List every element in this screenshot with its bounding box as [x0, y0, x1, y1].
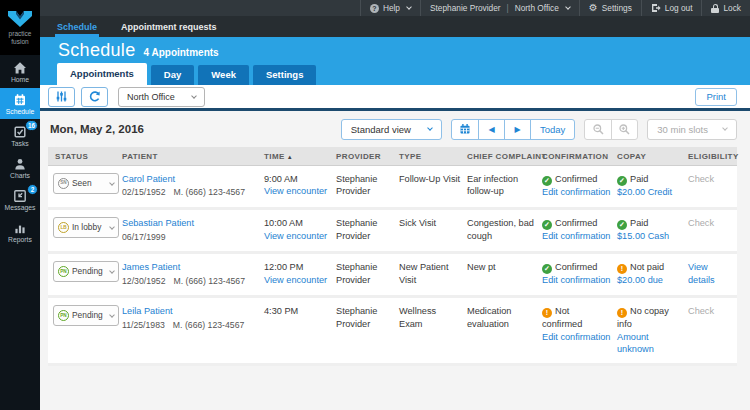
eligibility-check-disabled: Check: [688, 306, 714, 316]
patient-dob: 02/15/1952: [122, 187, 165, 197]
slot-size-value: 30 min slots: [657, 124, 708, 135]
chevron-down-icon: [109, 224, 115, 230]
logout-icon: [651, 3, 661, 13]
calendar-icon: [459, 123, 471, 135]
settings-button[interactable]: ⚙ Settings: [579, 0, 641, 16]
status-code-icon: LB: [58, 222, 69, 233]
status-code-icon: SN: [58, 178, 69, 189]
column-header-patient[interactable]: Patient: [122, 147, 264, 165]
copay-link[interactable]: Amount unknown: [617, 331, 682, 356]
today-button[interactable]: Today: [530, 120, 574, 139]
type-cell: Wellness Exam: [399, 298, 467, 338]
column-header-type[interactable]: Type: [399, 147, 467, 165]
zoom-in-icon: [618, 123, 631, 136]
patient-name-link[interactable]: James Patient: [122, 261, 180, 273]
subnav-tab-label: Schedule: [57, 22, 97, 32]
subnav-tab-label: Appointment requests: [121, 22, 217, 32]
view-mode-dropdown[interactable]: Standard view: [341, 119, 442, 140]
patient-name-link[interactable]: Carol Patient: [122, 173, 175, 185]
confirmation-status: ✓Confirmed: [542, 173, 611, 186]
tab-appointments[interactable]: Appointments: [57, 63, 147, 85]
user-office-menu[interactable]: Stephanie Provider | North Office: [420, 0, 579, 16]
column-header-status[interactable]: Status: [48, 147, 122, 165]
status-label: Pending a...: [72, 310, 104, 321]
status-code-icon: PN: [58, 310, 69, 321]
confirmation-status: ✓Confirmed: [542, 217, 611, 230]
tab-day[interactable]: Day: [151, 65, 194, 85]
view-tabs: Appointments Day Week Settings: [40, 63, 750, 85]
practice-fusion-logo[interactable]: practice fusion: [0, 0, 40, 55]
column-header-eligibility[interactable]: Eligibility: [688, 147, 737, 165]
sidebar-item-tasks[interactable]: Tasks16: [0, 120, 40, 151]
appointment-row: PNPending a...James Patient12/30/1952M. …: [48, 254, 737, 298]
column-header-provider[interactable]: Provider: [336, 147, 399, 165]
logout-button[interactable]: Log out: [641, 0, 702, 16]
copay-status: !Not paid: [617, 261, 682, 274]
view-encounter-link[interactable]: View encounter: [264, 274, 327, 286]
appointment-time: 4:30 PM: [264, 305, 330, 317]
confirmation-status: !Not confirmed: [542, 305, 611, 330]
office-dropdown[interactable]: North Office: [118, 87, 205, 107]
copay-link[interactable]: $20.00 due: [617, 274, 663, 286]
time-cell: 10:00 AMView encounter: [264, 210, 336, 250]
subnav-tab-schedule[interactable]: Schedule: [57, 16, 97, 37]
eligibility-view-details-link[interactable]: View details: [688, 261, 731, 286]
time-cell: 9:00 AMView encounter: [264, 166, 336, 206]
print-button[interactable]: Print: [695, 88, 737, 106]
slot-size-dropdown[interactable]: 30 min slots: [647, 119, 737, 140]
patient-name-link[interactable]: Sebastian Patient: [122, 217, 194, 229]
view-encounter-link[interactable]: View encounter: [264, 230, 327, 242]
complaint-cell: Ear infection follow-up: [467, 166, 542, 206]
sidebar-item-label: Reports: [8, 236, 32, 243]
edit-confirmation-link[interactable]: Edit confirmation: [542, 186, 610, 198]
sidebar-item-reports[interactable]: Reports: [0, 216, 40, 247]
zoom-in-button[interactable]: [611, 120, 637, 139]
status-dropdown[interactable]: SNSeen: [53, 173, 119, 194]
top-bar: ? Help Stephanie Provider | North Office…: [40, 0, 750, 16]
status-dropdown[interactable]: PNPending a...: [53, 261, 119, 282]
edit-confirmation-link[interactable]: Edit confirmation: [542, 331, 610, 343]
eligibility-cell: Check: [688, 210, 737, 237]
previous-day-button[interactable]: ◀: [478, 120, 504, 139]
type-cell: Sick Visit: [399, 210, 467, 237]
copay-status: ✓Paid: [617, 173, 682, 186]
time-cell: 12:00 PMView encounter: [264, 254, 336, 294]
confirmation-cell: ✓ConfirmedEdit confirmation: [542, 254, 617, 294]
edit-confirmation-link[interactable]: Edit confirmation: [542, 230, 610, 242]
copay-cell: ✓Paid$20.00 Credit: [617, 166, 688, 206]
view-encounter-link[interactable]: View encounter: [264, 185, 327, 197]
status-dropdown[interactable]: PNPending a...: [53, 305, 119, 326]
status-dropdown[interactable]: LBIn lobby: [53, 217, 119, 238]
calendar-picker-button[interactable]: [452, 120, 478, 139]
tab-settings[interactable]: Settings: [253, 65, 316, 85]
sidebar-item-schedule[interactable]: Schedule: [0, 88, 40, 119]
sidebar-item-charts[interactable]: Charts: [0, 152, 40, 183]
help-menu[interactable]: ? Help: [360, 0, 420, 16]
copay-link[interactable]: $20.00 Credit: [617, 186, 672, 198]
refresh-icon: [88, 90, 101, 103]
refresh-button[interactable]: [81, 87, 108, 107]
gear-icon: ⚙: [589, 3, 598, 13]
provider-cell: Stephanie Provider: [336, 298, 399, 338]
copay-link[interactable]: $15.00 Cash: [617, 230, 669, 242]
sidebar-item-home[interactable]: Home: [0, 56, 40, 87]
sidebar-item-messages[interactable]: Messages2: [0, 184, 40, 215]
sidebar-item-label: Tasks: [11, 140, 28, 147]
column-header-copay[interactable]: Copay: [617, 147, 688, 165]
filter-button[interactable]: [48, 87, 75, 107]
lock-button[interactable]: Lock: [701, 0, 750, 16]
column-header-chief-complaint[interactable]: Chief complaint: [467, 147, 542, 165]
tab-week[interactable]: Week: [198, 65, 249, 85]
sort-ascending-icon: ▲: [287, 154, 293, 160]
column-header-time[interactable]: Time▲: [264, 147, 336, 165]
next-day-button[interactable]: ▶: [504, 120, 530, 139]
patient-name-link[interactable]: Leila Patient: [122, 305, 173, 317]
sidebar: practice fusion HomeScheduleTasks16Chart…: [0, 0, 40, 410]
date-nav-group: ◀ ▶ Today: [451, 119, 575, 140]
edit-confirmation-link[interactable]: Edit confirmation: [542, 274, 610, 286]
subnav-tab-appointment-requests[interactable]: Appointment requests: [121, 16, 217, 37]
column-header-confirmation[interactable]: Confirmation: [542, 147, 617, 165]
chevron-down-icon: [109, 312, 115, 318]
zoom-out-button[interactable]: [585, 120, 611, 139]
provider-cell: Stephanie Provider: [336, 166, 399, 206]
